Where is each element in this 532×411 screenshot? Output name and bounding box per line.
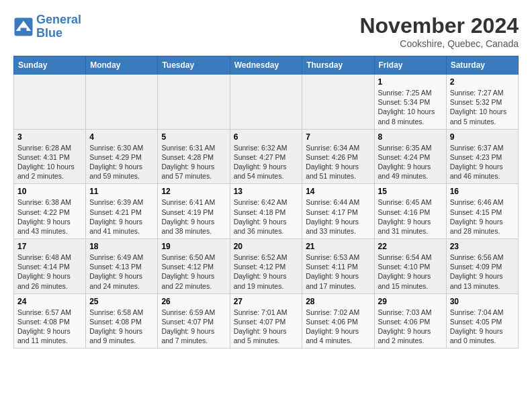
calendar-row: 24Sunrise: 6:57 AM Sunset: 4:08 PM Dayli… [14,293,519,349]
day-info: Sunrise: 6:50 AM Sunset: 4:12 PM Dayligh… [161,253,226,291]
day-info: Sunrise: 7:04 AM Sunset: 4:05 PM Dayligh… [450,308,515,346]
calendar-cell [14,75,86,130]
calendar-cell [158,75,230,130]
calendar-cell [230,75,302,130]
day-info: Sunrise: 6:56 AM Sunset: 4:09 PM Dayligh… [450,253,515,291]
day-info: Sunrise: 6:30 AM Sunset: 4:29 PM Dayligh… [89,143,154,181]
calendar-cell: 23Sunrise: 6:56 AM Sunset: 4:09 PM Dayli… [446,239,518,294]
weekday-header: Sunday [14,56,86,75]
title-block: November 2024 Cookshire, Quebec, Canada [359,13,519,49]
day-info: Sunrise: 6:31 AM Sunset: 4:28 PM Dayligh… [161,143,226,181]
day-info: Sunrise: 6:39 AM Sunset: 4:21 PM Dayligh… [89,197,154,236]
header-row: SundayMondayTuesdayWednesdayThursdayFrid… [14,56,519,75]
month-title: November 2024 [359,13,519,38]
calendar-cell: 10Sunrise: 6:38 AM Sunset: 4:22 PM Dayli… [14,184,86,239]
calendar-cell: 22Sunrise: 6:54 AM Sunset: 4:10 PM Dayli… [374,239,446,294]
day-number: 8 [378,132,443,142]
calendar-cell: 19Sunrise: 6:50 AM Sunset: 4:12 PM Dayli… [158,239,230,294]
weekday-header: Thursday [302,56,374,75]
day-number: 12 [161,187,226,196]
calendar-table: SundayMondayTuesdayWednesdayThursdayFrid… [13,56,519,349]
logo-icon [13,17,34,37]
logo-text: General Blue [36,13,81,40]
day-number: 2 [450,77,515,87]
logo-line2: Blue [36,26,62,40]
calendar-cell: 27Sunrise: 7:01 AM Sunset: 4:07 PM Dayli… [230,293,302,349]
day-number: 14 [306,187,370,196]
weekday-header: Saturday [446,56,518,75]
day-info: Sunrise: 7:25 AM Sunset: 5:34 PM Dayligh… [378,88,443,126]
day-number: 23 [450,242,515,251]
calendar-row: 3Sunrise: 6:28 AM Sunset: 4:31 PM Daylig… [14,129,519,184]
calendar-cell [86,75,158,130]
day-number: 3 [17,132,82,142]
calendar-cell: 26Sunrise: 6:59 AM Sunset: 4:07 PM Dayli… [158,293,230,349]
day-number: 29 [378,297,443,306]
day-info: Sunrise: 6:48 AM Sunset: 4:14 PM Dayligh… [17,253,82,291]
calendar-cell: 18Sunrise: 6:49 AM Sunset: 4:13 PM Dayli… [86,239,158,294]
calendar-cell: 13Sunrise: 6:42 AM Sunset: 4:18 PM Dayli… [230,184,302,239]
day-info: Sunrise: 6:52 AM Sunset: 4:12 PM Dayligh… [234,253,299,291]
day-number: 1 [378,77,443,87]
day-number: 25 [89,297,154,306]
day-number: 26 [161,297,226,306]
day-number: 5 [161,132,226,142]
calendar-cell: 6Sunrise: 6:32 AM Sunset: 4:27 PM Daylig… [230,129,302,184]
day-info: Sunrise: 7:02 AM Sunset: 4:06 PM Dayligh… [306,308,370,346]
calendar-header: SundayMondayTuesdayWednesdayThursdayFrid… [14,56,519,75]
calendar-row: 1Sunrise: 7:25 AM Sunset: 5:34 PM Daylig… [14,75,519,130]
calendar-row: 17Sunrise: 6:48 AM Sunset: 4:14 PM Dayli… [14,239,519,294]
weekday-header: Tuesday [158,56,230,75]
calendar-cell: 17Sunrise: 6:48 AM Sunset: 4:14 PM Dayli… [14,239,86,294]
calendar-cell: 21Sunrise: 6:53 AM Sunset: 4:11 PM Dayli… [302,239,374,294]
calendar-cell: 16Sunrise: 6:46 AM Sunset: 4:15 PM Dayli… [446,184,518,239]
day-number: 11 [89,187,154,196]
calendar-cell: 28Sunrise: 7:02 AM Sunset: 4:06 PM Dayli… [302,293,374,349]
calendar-cell: 2Sunrise: 7:27 AM Sunset: 5:32 PM Daylig… [446,75,518,130]
day-number: 9 [450,132,515,142]
day-number: 18 [89,242,154,251]
day-number: 4 [89,132,154,142]
calendar-body: 1Sunrise: 7:25 AM Sunset: 5:34 PM Daylig… [14,75,519,349]
day-number: 24 [17,297,82,306]
calendar-cell: 25Sunrise: 6:58 AM Sunset: 4:08 PM Dayli… [86,293,158,349]
calendar-cell: 29Sunrise: 7:03 AM Sunset: 4:06 PM Dayli… [374,293,446,349]
weekday-header: Wednesday [230,56,302,75]
day-info: Sunrise: 7:27 AM Sunset: 5:32 PM Dayligh… [450,88,515,126]
logo-line1: General [36,13,81,26]
calendar-cell: 12Sunrise: 6:41 AM Sunset: 4:19 PM Dayli… [158,184,230,239]
calendar-cell: 20Sunrise: 6:52 AM Sunset: 4:12 PM Dayli… [230,239,302,294]
location: Cookshire, Quebec, Canada [359,38,519,49]
day-info: Sunrise: 6:41 AM Sunset: 4:19 PM Dayligh… [161,197,226,236]
day-number: 17 [17,242,82,251]
day-info: Sunrise: 6:28 AM Sunset: 4:31 PM Dayligh… [17,143,82,181]
calendar-cell: 8Sunrise: 6:35 AM Sunset: 4:24 PM Daylig… [374,129,446,184]
day-number: 30 [450,297,515,306]
calendar-cell [302,75,374,130]
weekday-header: Friday [374,56,446,75]
day-info: Sunrise: 6:44 AM Sunset: 4:17 PM Dayligh… [306,197,370,236]
calendar-cell: 1Sunrise: 7:25 AM Sunset: 5:34 PM Daylig… [374,75,446,130]
day-info: Sunrise: 6:32 AM Sunset: 4:27 PM Dayligh… [234,143,299,181]
calendar-cell: 15Sunrise: 6:45 AM Sunset: 4:16 PM Dayli… [374,184,446,239]
calendar-cell: 30Sunrise: 7:04 AM Sunset: 4:05 PM Dayli… [446,293,518,349]
day-info: Sunrise: 7:01 AM Sunset: 4:07 PM Dayligh… [234,308,299,346]
day-number: 10 [17,187,82,196]
calendar-cell: 5Sunrise: 6:31 AM Sunset: 4:28 PM Daylig… [158,129,230,184]
day-info: Sunrise: 7:03 AM Sunset: 4:06 PM Dayligh… [378,308,443,346]
day-info: Sunrise: 6:38 AM Sunset: 4:22 PM Dayligh… [17,197,82,236]
calendar-cell: 3Sunrise: 6:28 AM Sunset: 4:31 PM Daylig… [14,129,86,184]
day-info: Sunrise: 6:59 AM Sunset: 4:07 PM Dayligh… [161,308,226,346]
day-number: 6 [234,132,299,142]
weekday-header: Monday [86,56,158,75]
page-header: General Blue November 2024 Cookshire, Qu… [13,13,519,49]
day-info: Sunrise: 6:53 AM Sunset: 4:11 PM Dayligh… [306,253,370,291]
day-number: 20 [234,242,299,251]
day-number: 19 [161,242,226,251]
calendar-cell: 11Sunrise: 6:39 AM Sunset: 4:21 PM Dayli… [86,184,158,239]
svg-rect-2 [21,28,27,32]
day-number: 28 [306,297,370,306]
calendar-cell: 7Sunrise: 6:34 AM Sunset: 4:26 PM Daylig… [302,129,374,184]
day-number: 16 [450,187,515,196]
day-info: Sunrise: 6:42 AM Sunset: 4:18 PM Dayligh… [234,197,299,236]
